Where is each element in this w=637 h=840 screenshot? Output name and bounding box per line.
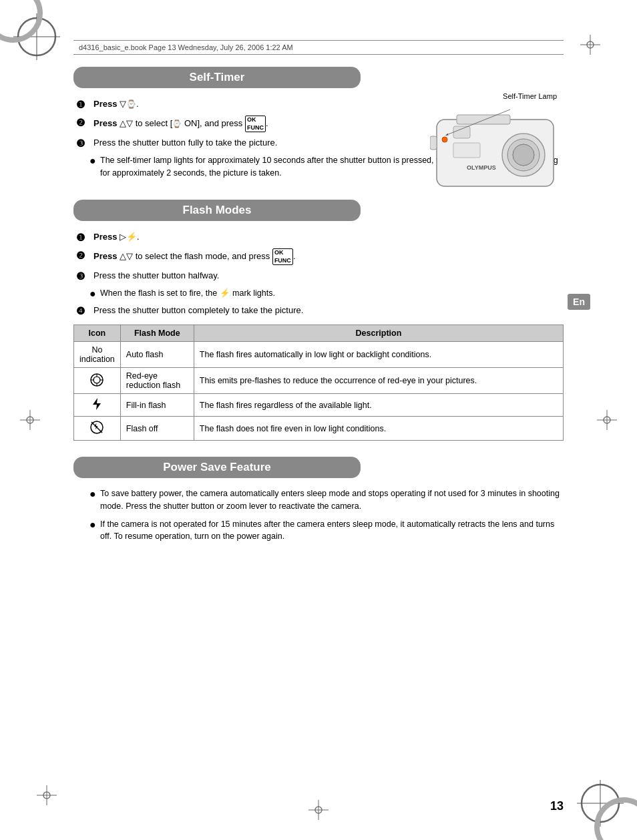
flash-off-icon: [89, 420, 104, 435]
bottom-center-crosshair: [308, 800, 329, 820]
step-number-2: ❷: [76, 116, 91, 130]
svg-line-21: [91, 422, 102, 433]
flash-modes-title: Flash Modes: [73, 200, 361, 221]
power-save-bullet-1: ● To save battery power, the camera auto…: [89, 487, 564, 513]
corner-decoration-tr: [580, 35, 600, 55]
flash-step-num-2: ❷: [76, 248, 91, 262]
table-cell-icon-3: [74, 394, 121, 417]
table-cell-mode-4: Flash off: [120, 417, 194, 441]
bullet-dot-1: ●: [89, 154, 97, 168]
table-row: Flash off The flash does not fire even i…: [74, 417, 564, 441]
power-save-bullet-text-2: If the camera is not operated for 15 min…: [100, 518, 564, 544]
table-cell-icon-4: [74, 417, 121, 441]
decorative-ring-br: [577, 780, 637, 840]
table-row: No indication Auto flash The flash fires…: [74, 342, 564, 368]
step-number-3: ❸: [76, 136, 91, 150]
flash-step-text-2: Press △▽ to select the flash mode, and p…: [93, 248, 564, 265]
table-cell-desc-2: This emits pre-flashes to reduce the occ…: [194, 368, 563, 394]
self-timer-title: Self-Timer: [73, 67, 361, 88]
svg-point-3: [513, 144, 534, 166]
red-eye-icon: [89, 373, 104, 387]
flash-bullet-1: ● When the flash is set to fire, the ⚡ m…: [89, 287, 564, 301]
table-header-desc: Description: [194, 325, 563, 342]
table-header-icon: Icon: [74, 325, 121, 342]
svg-point-43: [0, 0, 40, 40]
svg-rect-9: [430, 136, 437, 150]
fill-flash-icon: [91, 397, 102, 411]
table-cell-mode-1: Auto flash: [120, 342, 194, 368]
svg-rect-4: [457, 115, 510, 124]
flash-step-text-1: Press ▷⚡.: [93, 230, 564, 244]
svg-text:OLYMPUS: OLYMPUS: [467, 164, 496, 171]
flash-step-num-3: ❸: [76, 269, 91, 283]
table-cell-icon-2: [74, 368, 121, 394]
self-timer-lamp-label: Self-Timer Lamp: [430, 92, 564, 100]
table-cell-icon-1: No indication: [74, 342, 121, 368]
table-row: Red-eye reduction flash This emits pre-f…: [74, 368, 564, 394]
table-cell-desc-4: The flash does not fire even in low ligh…: [194, 417, 563, 441]
flash-bullet-text-1: When the flash is set to fire, the ⚡ mar…: [100, 287, 275, 300]
flash-step-text-3: Press the shutter button halfway.: [93, 269, 564, 282]
flash-step-3: ❸ Press the shutter button halfway.: [73, 269, 564, 283]
flash-step-2: ❷ Press △▽ to select the flash mode, and…: [73, 248, 564, 265]
table-cell-desc-1: The flash fires automatically in low lig…: [194, 342, 563, 368]
main-content: Self-Timer ❶ Press ▽⌚. ❷ Press △▽ to sel…: [73, 67, 564, 787]
power-save-bullet-text-1: To save battery power, the camera automa…: [100, 487, 564, 513]
svg-rect-6: [453, 126, 470, 138]
power-save-bullet-dot-1: ●: [89, 487, 97, 501]
table-cell-mode-3: Fill-in flash: [120, 394, 194, 417]
svg-marker-18: [93, 398, 101, 410]
svg-point-5: [442, 137, 447, 142]
flash-bullet-dot-1: ●: [89, 287, 97, 301]
camera-svg: OLYMPUS: [430, 103, 564, 190]
right-mid-crosshair: [597, 410, 617, 430]
svg-point-13: [93, 377, 100, 383]
power-save-bullet-dot-2: ●: [89, 518, 97, 532]
flash-steps: ❶ Press ▷⚡. ❷ Press △▽ to select the fla…: [73, 230, 564, 318]
corner-decoration-bl: [37, 785, 57, 805]
svg-rect-7: [453, 143, 480, 158]
power-save-title: Power Save Feature: [73, 457, 361, 478]
camera-illustration: Self-Timer Lamp OLYMPUS: [430, 92, 564, 192]
flash-step-text-4: Press the shutter button completely to t…: [93, 304, 564, 317]
decorative-ring-tl: [0, 0, 60, 60]
step-number-1: ❶: [76, 97, 91, 112]
power-save-section: Power Save Feature ● To save battery pow…: [73, 457, 564, 543]
header-text: d4316_basic_e.book Page 13 Wednesday, Ju…: [79, 43, 293, 51]
table-row: Fill-in flash The flash fires regardless…: [74, 394, 564, 417]
flash-step-4: ❹ Press the shutter button completely to…: [73, 304, 564, 318]
table-cell-desc-3: The flash fires regardless of the availa…: [194, 394, 563, 417]
header-bar: d4316_basic_e.book Page 13 Wednesday, Ju…: [73, 40, 564, 55]
en-badge: En: [568, 294, 590, 310]
svg-point-44: [597, 800, 637, 840]
flash-modes-section: Flash Modes ❶ Press ▷⚡. ❷ Press △▽ to se…: [73, 200, 564, 441]
table-header-mode: Flash Mode: [120, 325, 194, 342]
power-save-bullet-2: ● If the camera is not operated for 15 m…: [89, 518, 564, 544]
left-mid-crosshair: [20, 410, 40, 430]
flash-step-1: ❶ Press ▷⚡.: [73, 230, 564, 244]
table-cell-mode-2: Red-eye reduction flash: [120, 368, 194, 394]
self-timer-section: Self-Timer ❶ Press ▽⌚. ❷ Press △▽ to sel…: [73, 67, 564, 180]
page-number: 13: [550, 799, 564, 813]
flash-step-num-4: ❹: [76, 304, 91, 318]
flash-step-num-1: ❶: [76, 230, 91, 244]
flash-table: Icon Flash Mode Description No indicatio…: [73, 325, 564, 441]
